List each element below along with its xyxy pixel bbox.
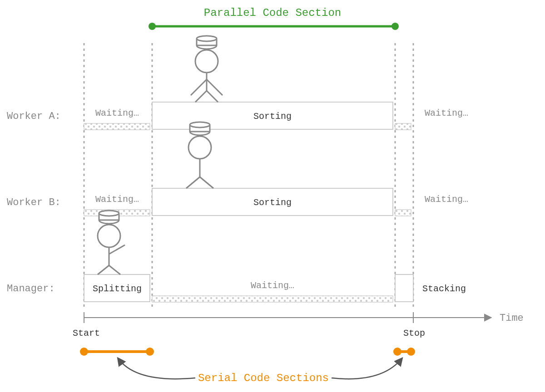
lane-label-worker-a: Worker A: (7, 111, 61, 122)
serial-bar-2-end-dot (407, 348, 415, 356)
timeline-diagram: Parallel Code Section Worker A: Waiting…… (0, 0, 545, 392)
manager-task1-label: Splitting (93, 284, 142, 294)
worker-a-wait2-label: Waiting… (425, 108, 468, 118)
manager-task2-box (395, 274, 413, 302)
svg-point-21 (99, 211, 119, 216)
parallel-section-title: Parallel Code Section (204, 7, 341, 19)
time-axis-label: Time (500, 313, 524, 324)
svg-line-10 (195, 91, 207, 102)
manager-icon (98, 211, 125, 274)
serial-bar-1-end-dot (146, 348, 154, 356)
svg-point-14 (190, 122, 210, 127)
serial-bar-2-start-dot (393, 348, 401, 356)
lane-label-worker-b: Worker B: (7, 197, 61, 208)
worker-b-wait2-bar (395, 210, 411, 216)
svg-point-5 (197, 36, 217, 41)
serial-bar-1-start-dot (80, 348, 88, 356)
worker-b-wait1-label: Waiting… (95, 194, 139, 205)
worker-a-icon (191, 36, 223, 102)
worker-a-wait2-bar (395, 123, 411, 130)
tick-start-label: Start (73, 328, 100, 338)
manager-task2-label: Stacking (422, 284, 466, 294)
parallel-bar-start-dot (149, 23, 156, 30)
svg-line-17 (186, 177, 200, 188)
svg-line-18 (200, 177, 213, 188)
svg-line-25 (98, 265, 109, 274)
worker-a-wait1-label: Waiting… (95, 108, 139, 118)
serial-section-title: Serial Code Sections (198, 372, 329, 384)
worker-b-task-label: Sorting (253, 197, 292, 208)
svg-line-11 (207, 91, 218, 102)
svg-point-6 (195, 50, 218, 73)
worker-a-task-label: Sorting (253, 111, 292, 122)
serial-connector-right (332, 358, 402, 379)
svg-point-15 (188, 136, 211, 159)
lane-label-manager: Manager: (7, 283, 55, 294)
svg-line-26 (109, 265, 120, 274)
parallel-bar-end-dot (391, 23, 399, 30)
worker-b-icon (186, 122, 213, 188)
manager-wait-label: Waiting… (251, 280, 294, 291)
worker-b-wait2-label: Waiting… (425, 194, 468, 205)
serial-connector-left (118, 358, 195, 379)
svg-point-22 (98, 225, 120, 247)
worker-a-wait1-bar (84, 123, 150, 130)
manager-wait-bar (152, 296, 393, 302)
tick-stop-label: Stop (403, 328, 425, 338)
